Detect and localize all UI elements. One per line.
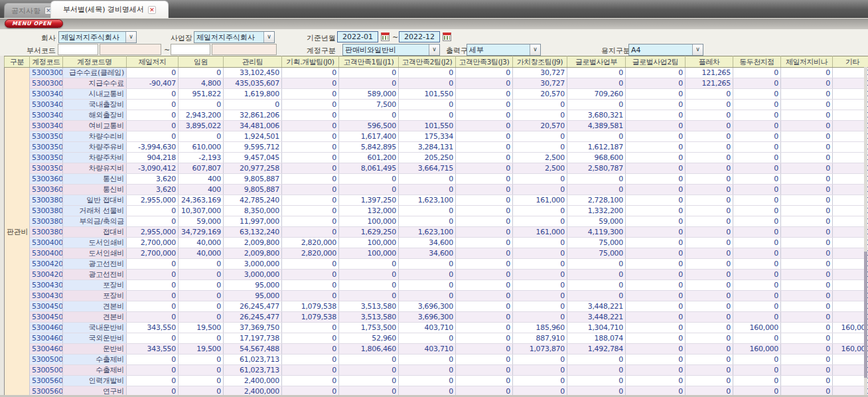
- table-row[interactable]: 53004000도서인쇄비2,700,00040,0002,009,8002,8…: [5, 248, 868, 259]
- amount-cell: 0: [686, 110, 733, 121]
- table-row[interactable]: 53003403해외출장비02,943,20032,861,206000003,…: [5, 110, 868, 121]
- column-header[interactable]: 관리팀: [224, 56, 282, 68]
- amount-cell: 0: [282, 206, 339, 216]
- period-to-input[interactable]: 2022-12: [399, 31, 440, 42]
- column-header[interactable]: 제일저지비나: [781, 56, 833, 68]
- tab-expense-report[interactable]: 부서별(세목) 경비명세서 ✕: [50, 1, 169, 18]
- table-row[interactable]: 53003801일반 접대비2,955,00024,363,16942,785,…: [5, 195, 868, 206]
- calendar-icon[interactable]: [443, 33, 451, 41]
- account-code-cell: 53003000: [30, 78, 63, 89]
- account-name-cell: 차량수리비: [63, 131, 127, 142]
- table-row[interactable]: 53003401시내교통비0951,8221,619,8000589,00010…: [5, 89, 868, 100]
- column-header[interactable]: 동두천지점: [733, 56, 781, 68]
- menu-open-button[interactable]: MENU OPEN: [5, 19, 63, 28]
- paper-type-select[interactable]: A4 ∨: [628, 44, 703, 56]
- site-select[interactable]: 제일저지주식회사 ∨: [194, 31, 275, 43]
- table-row[interactable]: 53004200광고선전비003,000,00000000000000: [5, 259, 868, 270]
- column-header[interactable]: 글로벌사업부: [567, 56, 626, 68]
- dept-code-from-input[interactable]: [58, 44, 98, 55]
- table-row[interactable]: 53004000도서인쇄비2,700,00040,0002,009,8002,8…: [5, 238, 868, 248]
- dept-name-to-input[interactable]: [212, 44, 277, 55]
- column-header[interactable]: 글로벌사업2팀: [626, 56, 686, 68]
- table-row[interactable]: 53004601국내운반비343,55019,50037,369,75001,7…: [5, 323, 868, 333]
- table-row[interactable]: 53004602국외운반비0017,197,738052,96000887,91…: [5, 333, 868, 344]
- amount-cell: 0: [781, 110, 833, 121]
- table-row[interactable]: 판관비53003008급수수료(클레임)0033,102,450000030,7…: [5, 68, 868, 78]
- account-name-cell: 통신비: [63, 174, 127, 185]
- column-header[interactable]: 기획.개발팀(J0): [282, 56, 339, 68]
- amount-cell: 0: [179, 270, 224, 280]
- account-code-cell: 53003402: [30, 100, 63, 110]
- column-header[interactable]: 가치창조팀(J9): [513, 56, 567, 68]
- amount-cell: 0: [339, 110, 399, 121]
- table-row[interactable]: 53003600통신비3,6204009,805,88700000000000: [5, 185, 868, 195]
- amount-cell: 0: [781, 100, 833, 110]
- table-row[interactable]: 53005000수출제비0061,023,71300000000000: [5, 355, 868, 365]
- table-row[interactable]: 53003803부의금/축의금059,00011,997,0000100,000…: [5, 216, 868, 227]
- tab-close-icon[interactable]: ✕: [148, 6, 156, 14]
- account-code-cell: 53004500: [30, 301, 63, 312]
- table-row[interactable]: 53003503차량주차비904,218-2,1939,457,0450601,…: [5, 153, 868, 163]
- table-row[interactable]: 53005000수출제비0061,023,71300000000000: [5, 365, 868, 376]
- amount-cell: 0: [513, 174, 567, 185]
- table-row[interactable]: 53004500견본비0026,245,4771,079,5383,513,58…: [5, 312, 868, 323]
- table-row[interactable]: 53004200광고선전비003,000,00000000000000: [5, 270, 868, 280]
- period-from-input[interactable]: 2022-01: [337, 31, 378, 42]
- column-header[interactable]: 플레차: [686, 56, 733, 68]
- company-select[interactable]: 제일저지주식회사 ∨: [58, 31, 137, 43]
- column-header[interactable]: 제일저지: [127, 56, 179, 68]
- amount-cell: 0: [626, 376, 686, 386]
- column-header[interactable]: 계정코드명: [63, 56, 127, 68]
- vertical-scrollbar[interactable]: [864, 67, 867, 395]
- amount-cell: 0: [282, 68, 339, 78]
- column-header[interactable]: 고객만족3팀(J3): [456, 56, 513, 68]
- table-row[interactable]: 53004500견본비0026,245,4771,079,5383,513,58…: [5, 301, 868, 312]
- table-row[interactable]: 53003802거래처 선물비010,307,0008,350,0000132,…: [5, 206, 868, 216]
- table-row[interactable]: 53003501차량수리비001,924,50101,617,400175,33…: [5, 131, 868, 142]
- dept-name-from-input[interactable]: [100, 44, 161, 55]
- amount-cell: 0: [282, 270, 339, 280]
- amount-cell: 26,245,477: [224, 312, 282, 323]
- table-row[interactable]: 53005602인력개발비002,400,00000000000000: [5, 376, 868, 386]
- scrollbar-thumb[interactable]: [864, 252, 867, 378]
- table-row[interactable]: 53003500차량유지비-3,090,412607,80720,977,258…: [5, 163, 868, 174]
- column-header[interactable]: 고객만족2팀(J2): [399, 56, 456, 68]
- amount-cell: 0: [127, 280, 179, 291]
- dept-code-to-input[interactable]: [171, 44, 210, 55]
- column-header[interactable]: 고객만족1팀(J1): [339, 56, 399, 68]
- table-row[interactable]: 53003400여비교통비03,895,02234,481,0060596,50…: [5, 121, 868, 131]
- account-name-cell: 국내운반비: [63, 323, 127, 333]
- table-row[interactable]: 53004600운반비343,55019,50054,567,48801,806…: [5, 344, 868, 355]
- account-name-cell: 일반 접대비: [63, 195, 127, 206]
- amount-cell: 0: [686, 259, 733, 270]
- amount-cell: 0: [626, 333, 686, 344]
- amount-cell: 0: [733, 131, 781, 142]
- account-type-select[interactable]: 판매비와일반비 ∨: [342, 44, 440, 56]
- table-row[interactable]: 53003800접대비2,955,00034,729,16963,132,240…: [5, 227, 868, 238]
- amount-cell: 0: [179, 312, 224, 323]
- table-row[interactable]: 53003502차량주유비-3,994,630610,0009,595,7120…: [5, 142, 868, 153]
- column-header[interactable]: 임원: [179, 56, 224, 68]
- amount-cell: 160,000: [733, 323, 781, 333]
- calendar-icon[interactable]: [381, 33, 390, 41]
- table-row[interactable]: 53004300포장비0095,00000000000000: [5, 291, 868, 301]
- amount-cell: 0: [456, 238, 513, 248]
- table-row[interactable]: 53003402국내출장비00007,500000000000: [5, 100, 868, 110]
- amount-cell: 160,000: [833, 323, 868, 333]
- table-row[interactable]: 53003601통신비3,6204009,805,88700000000000: [5, 174, 868, 185]
- amount-cell: 0: [567, 174, 626, 185]
- amount-cell: 887,910: [513, 333, 567, 344]
- amount-cell: 0: [179, 291, 224, 301]
- column-header[interactable]: 계정코드: [30, 56, 63, 68]
- table-row[interactable]: 53003000지급수수료-90,4074,800435,035,6070000…: [5, 78, 868, 89]
- column-header[interactable]: 기타: [833, 56, 868, 68]
- table-row[interactable]: 53004300포장비0095,00000000000000: [5, 280, 868, 291]
- column-header[interactable]: 구분: [5, 56, 30, 68]
- amount-cell: 0: [833, 195, 868, 206]
- amount-cell: 0: [456, 174, 513, 185]
- amount-cell: 0: [282, 142, 339, 153]
- amount-cell: 9,457,045: [224, 153, 282, 163]
- amount-cell: 0: [456, 227, 513, 238]
- output-type-select[interactable]: 세부 ∨: [467, 44, 541, 56]
- amount-cell: 7,500: [339, 100, 399, 110]
